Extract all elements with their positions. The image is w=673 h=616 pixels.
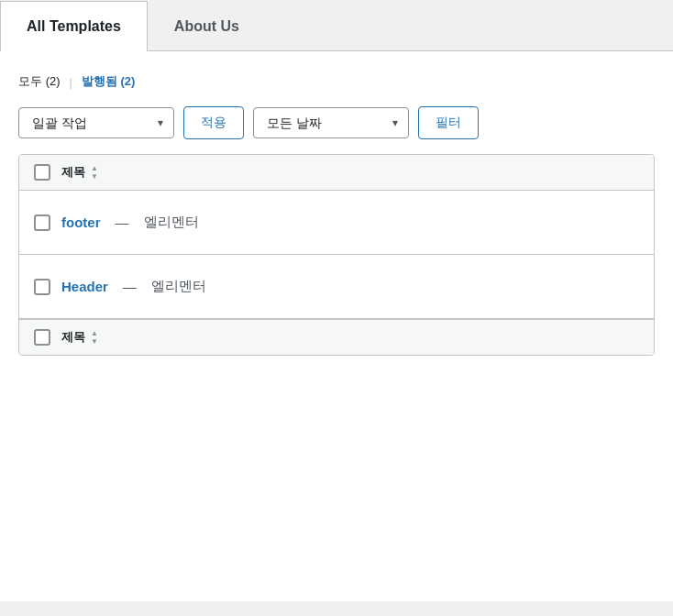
status-published[interactable]: 발행됨 (2) bbox=[82, 73, 136, 90]
apply-button[interactable]: 적용 bbox=[183, 106, 244, 139]
date-filter-select[interactable]: 모든 날짜 bbox=[253, 107, 409, 138]
sort-icon[interactable] bbox=[91, 165, 98, 181]
table-row: footer — 엘리멘터 bbox=[19, 191, 654, 255]
sort-icon-footer[interactable] bbox=[91, 330, 98, 346]
templates-table: 제목 footer — 엘리멘터 Header — 엘리멘터 제목 bbox=[18, 154, 655, 356]
row-checkbox-footer[interactable] bbox=[34, 214, 50, 231]
date-filter-select-wrapper: 모든 날짜 ▾ bbox=[253, 107, 409, 138]
toolbar: 일괄 작업 삭제 ▾ 적용 모든 날짜 ▾ 필터 bbox=[18, 106, 655, 139]
status-bar: 모두 (2) | 발행됨 (2) bbox=[18, 73, 655, 90]
table-row: Header — 엘리멘터 bbox=[19, 255, 654, 319]
table-title-header[interactable]: 제목 bbox=[61, 164, 98, 181]
bulk-action-select-wrapper: 일괄 작업 삭제 ▾ bbox=[18, 107, 174, 138]
filter-button[interactable]: 필터 bbox=[418, 106, 479, 139]
row-subtitle-footer: 엘리멘터 bbox=[144, 214, 199, 231]
tabs-bar: All Templates About Us bbox=[0, 0, 673, 51]
tab-all-templates[interactable]: All Templates bbox=[0, 1, 148, 51]
row-separator-footer: — bbox=[116, 214, 129, 230]
status-all: 모두 (2) bbox=[18, 73, 61, 90]
row-title-header[interactable]: Header bbox=[61, 279, 108, 294]
status-divider: | bbox=[70, 75, 72, 89]
select-all-checkbox-footer[interactable] bbox=[34, 329, 50, 346]
row-separator-header: — bbox=[123, 279, 137, 294]
table-footer-header: 제목 bbox=[19, 319, 654, 355]
select-all-checkbox[interactable] bbox=[34, 164, 50, 181]
bulk-action-select[interactable]: 일괄 작업 삭제 bbox=[18, 107, 174, 138]
row-checkbox-header[interactable] bbox=[34, 279, 50, 295]
table-title-footer[interactable]: 제목 bbox=[61, 329, 98, 346]
table-header: 제목 bbox=[19, 155, 654, 191]
row-title-footer[interactable]: footer bbox=[61, 214, 101, 230]
tab-about-us[interactable]: About Us bbox=[148, 1, 266, 51]
row-subtitle-header: 엘리멘터 bbox=[151, 278, 206, 295]
main-content: 모두 (2) | 발행됨 (2) 일괄 작업 삭제 ▾ 적용 모든 날짜 ▾ 필… bbox=[0, 51, 673, 601]
